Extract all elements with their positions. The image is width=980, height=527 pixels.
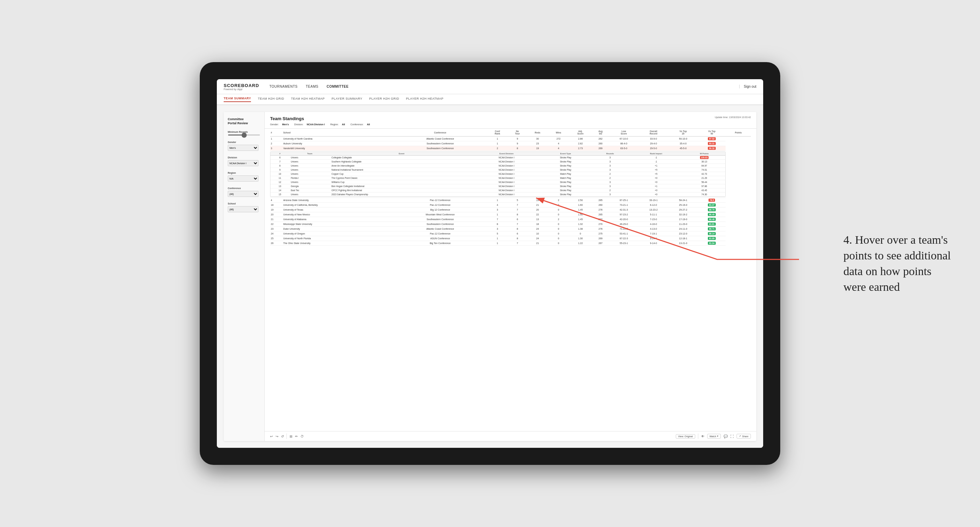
- points-badge[interactable]: 88.48: [708, 218, 715, 221]
- table-row[interactable]: 19 University of Texas Big 12 Conference…: [270, 208, 751, 212]
- expanded-table: # Team Event Event Division Event Type R…: [270, 152, 725, 197]
- col-vs25: Vs Top25: [668, 129, 698, 137]
- region-select[interactable]: N/A: [228, 175, 258, 182]
- table-row[interactable]: 24 University of Oregon Pac-12 Conferenc…: [270, 232, 751, 236]
- undo-button[interactable]: ↩: [270, 435, 273, 438]
- annotation-text: 4. Hover over a team's points to see add…: [843, 232, 953, 295]
- expanded-table-row: 9 Univers National Invitational Tourname…: [270, 168, 725, 172]
- table-row[interactable]: 4 Arizona State University Pac-12 Confer…: [270, 198, 751, 203]
- col-wins: Wins: [548, 129, 569, 137]
- table-area[interactable]: # School Conference ConfRank NoTour Rnds…: [265, 129, 756, 431]
- filter-row: Gender: Men's Division: NCAA Division I …: [270, 123, 370, 125]
- filter-school-label: School: [228, 202, 260, 205]
- logo-sub: Powered by clippi: [224, 88, 259, 90]
- nav-tournaments[interactable]: TOURNAMENTS: [269, 85, 298, 88]
- bottom-toolbar: ↩ ↪ ↺ ⊞ ✏ ⏱ View: Original 👁: [265, 431, 756, 441]
- watch-label: Watch: [710, 435, 716, 438]
- eye-icon: 👁: [701, 435, 705, 438]
- filter-school: School (All): [228, 202, 260, 212]
- col-overall: OverallRecord: [638, 129, 668, 137]
- standings-title: Team Standings: [270, 116, 370, 121]
- sub-nav: TEAM SUMMARY TEAM H2H GRID TEAM H2H HEAT…: [217, 94, 763, 105]
- clock-button[interactable]: ⏱: [301, 435, 304, 438]
- col-points: Points: [725, 129, 751, 137]
- filter-division-label: Division: [228, 156, 260, 159]
- table-row[interactable]: 26 The Ohio State University Big Ten Con…: [270, 241, 751, 246]
- right-content: Team Standings Gender: Men's Division: N…: [265, 112, 756, 441]
- gender-select[interactable]: Men's: [228, 145, 258, 151]
- table-row[interactable]: 20 University of New Mexico Mountain Wes…: [270, 212, 751, 217]
- table-row[interactable]: 2 Auburn University Southeastern Confere…: [270, 141, 751, 146]
- points-badge[interactable]: 83.89: [708, 237, 715, 240]
- points-badge[interactable]: 83.81: [708, 222, 715, 225]
- filter-gender: Gender Men's: [228, 141, 260, 151]
- top-nav: SCOREBOARD Powered by clippi TOURNAMENTS…: [217, 79, 763, 94]
- sign-out-button[interactable]: Sign out: [739, 85, 756, 88]
- tablet-screen: SCOREBOARD Powered by clippi TOURNAMENTS…: [217, 79, 763, 448]
- redo-button[interactable]: ↪: [275, 435, 278, 438]
- table-row[interactable]: 21 University of Alabama Southeastern Co…: [270, 217, 751, 222]
- points-badge[interactable]: 93.31: [708, 142, 715, 145]
- sidebar-title: Committee Portal Review: [228, 117, 260, 125]
- logo-area: SCOREBOARD Powered by clippi: [224, 83, 259, 90]
- table-row[interactable]: 22 Mississippi State University Southeas…: [270, 222, 751, 227]
- toolbar-separator2: [698, 433, 698, 439]
- school-select[interactable]: (All): [228, 206, 258, 212]
- table-row[interactable]: 18 University of California, Berkeley Pa…: [270, 203, 751, 208]
- points-badge[interactable]: 88.71: [708, 227, 715, 230]
- left-sidebar: Committee Portal Review Minimum Rounds G…: [224, 112, 265, 441]
- points-badge[interactable]: 83.07: [708, 203, 715, 206]
- toolbar-separator: [286, 433, 287, 439]
- subnav-player-h2h-heatmap[interactable]: PLAYER H2H HEATMAP: [406, 97, 444, 102]
- points-badge-expanded: 109.63: [700, 156, 709, 159]
- conference-filter-display: Conference: All: [350, 123, 370, 125]
- table-row[interactable]: 1 University of North Carolina Atlantic …: [270, 137, 751, 141]
- subnav-player-h2h-grid[interactable]: PLAYER H2H GRID: [369, 97, 399, 102]
- points-badge[interactable]: 97.02: [708, 137, 715, 140]
- filter-conference: Conference (All): [228, 187, 260, 197]
- division-select[interactable]: NCAA Division I: [228, 160, 258, 166]
- comment-icon[interactable]: 💬: [724, 435, 728, 438]
- draw-button[interactable]: ✏: [295, 435, 298, 438]
- share-button[interactable]: ↗ Share: [737, 434, 751, 439]
- points-badge[interactable]: 86.49: [708, 213, 715, 216]
- expanded-table-row: 10 Univers Copper Cup NCAA Division I Ma…: [270, 172, 725, 176]
- expanded-table-row: 7 Univers Southern Highlands Collegiate …: [270, 160, 725, 164]
- division-filter-display: Division: NCAA Division I: [294, 123, 325, 125]
- nav-teams[interactable]: TEAMS: [305, 85, 318, 88]
- points-badge[interactable]: 88.14: [708, 232, 715, 235]
- points-badge[interactable]: 88.70: [708, 208, 715, 211]
- table-row[interactable]: 3 Vanderbilt University Southeastern Con…: [270, 146, 751, 151]
- watch-button[interactable]: Watch ▾: [707, 434, 721, 439]
- expanded-table-row: 8 Univers Amer An Intercollegiate NCAA D…: [270, 164, 725, 168]
- expanded-table-row: 13 Georgia Ben Hogan Collegiate Invitati…: [270, 184, 725, 189]
- table-row[interactable]: 25 University of North Florida ASUN Conf…: [270, 236, 751, 241]
- subnav-player-summary[interactable]: PLAYER SUMMARY: [332, 97, 362, 102]
- col-vs50: Vs Top50: [698, 129, 725, 137]
- region-filter-display: Region: All: [330, 123, 345, 125]
- expanded-table-row: 15 Univers 2023 Sahalee Players Champion…: [270, 192, 725, 197]
- subnav-team-summary[interactable]: TEAM SUMMARY: [224, 97, 251, 102]
- col-rnds: Rnds: [527, 129, 548, 137]
- filter-division: Division NCAA Division I: [228, 156, 260, 166]
- subnav-team-h2h-heatmap[interactable]: TEAM H2H HEATMAP: [291, 97, 325, 102]
- copy-button[interactable]: ⊞: [290, 435, 292, 438]
- view-original-button[interactable]: View: Original: [676, 434, 695, 439]
- col-rank: #: [270, 129, 282, 137]
- subnav-team-h2h-grid[interactable]: TEAM H2H GRID: [258, 97, 284, 102]
- filter-region-label: Region: [228, 172, 260, 174]
- points-badge[interactable]: 90.32: [708, 147, 715, 150]
- content-header: Team Standings Gender: Men's Division: N…: [265, 112, 756, 129]
- expanded-table-row: 14 East Tec OFCC Fighting Illini Invitat…: [270, 189, 725, 192]
- col-school: School: [282, 129, 393, 137]
- filter-min-rounds: Minimum Rounds: [228, 131, 260, 135]
- table-row[interactable]: 23 Duke University Atlantic Coast Confer…: [270, 227, 751, 232]
- points-badge[interactable]: 83.94: [708, 242, 715, 245]
- conference-select[interactable]: (All): [228, 191, 258, 197]
- min-rounds-slider[interactable]: [228, 135, 260, 135]
- reset-button[interactable]: ↺: [281, 435, 284, 438]
- nav-committee[interactable]: COMMITTEE: [326, 85, 348, 88]
- dashboard-panel: Committee Portal Review Minimum Rounds G…: [224, 112, 756, 441]
- expand-icon[interactable]: ⛶: [730, 435, 734, 438]
- points-badge[interactable]: 78.5: [708, 198, 715, 202]
